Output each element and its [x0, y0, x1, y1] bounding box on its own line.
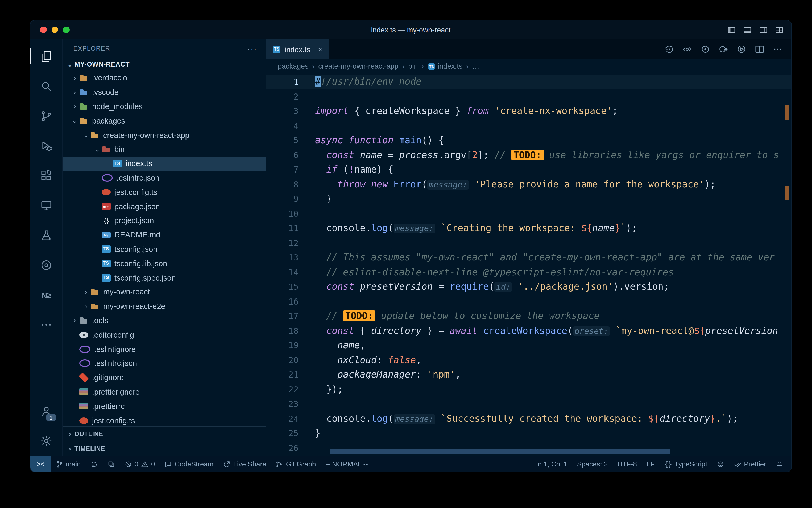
close-tab-icon[interactable]: × [318, 45, 323, 54]
tree-item[interactable]: README.md [63, 228, 266, 242]
status-label: Prettier [744, 460, 766, 468]
tree-item[interactable]: tsconfig.lib.json [63, 256, 266, 271]
toggle-panel-button[interactable] [743, 25, 752, 34]
tree-item[interactable]: .gitignore [63, 370, 266, 385]
zoom-window-button[interactable] [63, 27, 69, 33]
tree-item[interactable]: ›.vscode [63, 85, 266, 99]
tree-item[interactable]: jest.config.ts [63, 413, 266, 426]
code-line-7: 7 if (!name) { [266, 162, 791, 177]
tree-item[interactable]: ›tools [63, 313, 266, 328]
close-window-button[interactable] [40, 27, 47, 33]
activity-additional-views[interactable] [30, 310, 62, 340]
activity-settings[interactable] [30, 426, 62, 456]
folder-open-icon [79, 116, 88, 125]
code-line-text: #!/usr/bin/env node [298, 75, 421, 89]
tree-item[interactable]: tsconfig.spec.json [63, 270, 266, 285]
compare-changes-button[interactable] [682, 44, 692, 54]
tree-item[interactable]: ›node_modules [63, 99, 266, 114]
tree-item[interactable]: project.json [63, 214, 266, 228]
customize-layout-button[interactable] [775, 25, 784, 34]
activity-search[interactable] [30, 71, 62, 101]
tree-item-label: .eslintrc.json [94, 359, 137, 368]
toggle-primary-sidebar-button[interactable] [727, 25, 736, 34]
tree-item[interactable]: ⌄create-my-own-react-app [63, 128, 266, 142]
more-actions-button[interactable] [773, 44, 783, 54]
status-prettier[interactable]: Prettier [729, 456, 771, 472]
breadcrumb-item[interactable]: index.ts [428, 62, 463, 70]
tree-item[interactable]: package.json [63, 199, 266, 214]
status-git-graph[interactable]: Git Graph [271, 456, 321, 472]
activity-source-control[interactable] [30, 101, 62, 131]
status-git-sync[interactable] [86, 456, 103, 472]
tree-item[interactable]: .eslintrc.json [63, 171, 266, 185]
code-line-text: packageManager: 'npm', [298, 368, 461, 382]
code-line-text [298, 89, 315, 104]
toggle-secondary-sidebar-button[interactable] [759, 25, 768, 34]
breadcrumb-item[interactable]: create-my-own-react-app [318, 62, 398, 70]
split-editor-button[interactable] [755, 44, 765, 54]
breadcrumb-item[interactable]: packages [278, 62, 308, 70]
status-live-share[interactable]: Live Share [219, 456, 271, 472]
title-bar: index.ts — my-own-react [30, 20, 791, 39]
tree-item[interactable]: .prettierrc [63, 399, 266, 414]
timeline-section[interactable]: › TIMELINE [63, 441, 266, 456]
tree-item[interactable]: index.ts [63, 157, 266, 171]
horizontal-scrollbar[interactable] [330, 449, 670, 454]
activity-nx-console[interactable]: N≥ [30, 280, 62, 310]
status-indentation[interactable]: Spaces: 2 [572, 456, 613, 472]
activity-circle-tool[interactable] [30, 250, 62, 280]
activity-run-and-debug[interactable] [30, 131, 62, 161]
breadcrumb-item[interactable]: bin [409, 62, 418, 70]
status-vim-mode[interactable]: -- NORMAL -- [321, 456, 373, 472]
outline-section[interactable]: › OUTLINE [63, 426, 266, 441]
tree-item[interactable]: ›my-own-react [63, 285, 266, 299]
tree-item[interactable]: ›.verdaccio [63, 71, 266, 85]
code-lines: 1#!/usr/bin/env node23import { createWor… [266, 75, 791, 455]
status-git-branch[interactable]: main [51, 456, 85, 472]
status-codestream[interactable]: CodeStream [160, 456, 219, 472]
status-layers[interactable] [103, 456, 120, 472]
tree-item[interactable]: .prettierignore [63, 385, 266, 399]
folder-icon [90, 288, 99, 297]
run-file-button[interactable] [736, 44, 747, 54]
folder-icon [79, 74, 88, 83]
activity-testing[interactable] [30, 220, 62, 250]
tree-item-label: packages [92, 117, 125, 125]
tree-item[interactable]: .eslintignore [63, 342, 266, 356]
status-label: 0 [151, 460, 155, 468]
activity-remote-explorer[interactable] [30, 190, 62, 220]
status-eol[interactable]: LF [642, 456, 659, 472]
tree-item[interactable]: jest.config.ts [63, 185, 266, 200]
tree-item[interactable]: tsconfig.json [63, 242, 266, 256]
tree-item[interactable]: ›my-own-react-e2e [63, 299, 266, 314]
explorer-title: EXPLORER [74, 45, 110, 52]
tree-item[interactable]: ⌄packages [63, 114, 266, 128]
circle-arrow-button[interactable] [718, 44, 728, 54]
activity-accounts[interactable]: 1 [30, 396, 62, 426]
status-remote-host[interactable]: >< [30, 456, 51, 472]
activity-explorer[interactable] [30, 42, 62, 71]
status-feedback[interactable] [712, 456, 729, 472]
minimize-window-button[interactable] [51, 27, 58, 33]
tree-item[interactable]: .eslintrc.json [63, 356, 266, 371]
status-language-mode[interactable]: {}TypeScript [659, 456, 712, 472]
tree-item[interactable]: .editorconfig [63, 328, 266, 342]
beaker-icon [40, 229, 53, 242]
status-notifications[interactable] [771, 456, 788, 472]
status-label: 0 [135, 460, 138, 468]
activity-extensions[interactable] [30, 161, 62, 190]
status-cursor-position[interactable]: Ln 1, Col 1 [529, 456, 572, 472]
target-button[interactable] [700, 44, 710, 54]
timeline-button[interactable] [664, 44, 674, 54]
tree-item[interactable]: ⌄bin [63, 142, 266, 157]
status-encoding[interactable]: UTF-8 [613, 456, 642, 472]
explorer-more-actions-icon[interactable]: ··· [247, 44, 257, 53]
workspace-root[interactable]: ⌄ MY-OWN-REACT [63, 57, 266, 71]
code-editor[interactable]: 1#!/usr/bin/env node23import { createWor… [266, 74, 791, 456]
status-problems[interactable]: 00 [120, 456, 160, 472]
status-label: TypeScript [674, 460, 707, 468]
tab-index-ts[interactable]: index.ts × [266, 39, 329, 59]
double-check-icon [734, 460, 741, 468]
line-number: 2 [266, 89, 298, 104]
breadcrumb-item[interactable]: … [472, 62, 479, 70]
